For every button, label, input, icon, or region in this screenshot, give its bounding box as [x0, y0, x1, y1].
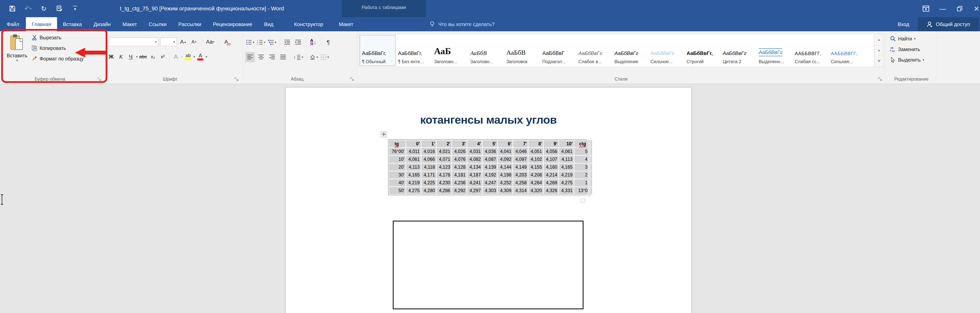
ribbon-display-options-button[interactable] — [918, 0, 934, 17]
table-cell[interactable]: 4,303 — [482, 187, 497, 194]
table-cell[interactable]: 4,031 — [467, 148, 482, 155]
font-color-caret-icon[interactable]: ▾ — [205, 55, 207, 59]
replace-button[interactable]: abac Заменить — [890, 46, 924, 52]
table-cell[interactable]: 50' — [389, 187, 406, 194]
style-chip[interactable]: АаБбВвГг Выделенн... — [756, 35, 792, 66]
table-cell[interactable]: 4,252 — [498, 179, 512, 187]
paragraph-dialog-launcher[interactable] — [350, 77, 355, 82]
text-effects-caret-icon[interactable]: ▾ — [181, 55, 183, 59]
table-cell[interactable]: 4,118 — [422, 164, 436, 171]
format-painter-button[interactable]: Формат по образцу — [31, 55, 83, 62]
table-header-cell[interactable]: 4' — [467, 140, 482, 147]
styles-more-button[interactable]: ▾ — [875, 56, 883, 67]
clipboard-dialog-launcher[interactable] — [97, 77, 102, 82]
line-spacing-button[interactable]: ↕ ▾ — [293, 52, 304, 62]
restore-button[interactable] — [951, 0, 968, 17]
table-cell[interactable]: 4,241 — [467, 179, 482, 187]
table-cell[interactable]: 4,264 — [528, 179, 543, 187]
clear-formatting-button[interactable]: A — [222, 37, 231, 47]
style-chip[interactable]: АаБбВвГ Подзагол... — [540, 35, 576, 66]
table-cell[interactable]: 4,176 — [437, 171, 452, 179]
table-cell[interactable]: 4,011 — [406, 148, 421, 155]
minimize-button[interactable]: — — [934, 0, 951, 17]
table-cell[interactable]: 4,021 — [437, 148, 452, 155]
style-chip[interactable]: АаБ Заголово... — [432, 35, 468, 66]
table-cell[interactable]: 4,155 — [528, 164, 543, 171]
table-cell[interactable]: 4,171 — [422, 171, 436, 179]
table-cell[interactable]: 4,214 — [544, 171, 558, 179]
table-cell[interactable]: 4,192 — [482, 171, 497, 179]
decrease-indent-button[interactable] — [282, 37, 292, 47]
table-cell[interactable]: 4,275 — [559, 179, 574, 187]
table-cell[interactable]: 4,056 — [544, 148, 558, 155]
style-chip[interactable]: АаБбВвГг, ¶ Без инте... — [396, 35, 432, 66]
table-cell[interactable]: 4,051 — [528, 148, 543, 155]
multilevel-list-button[interactable]: ▾ — [267, 37, 277, 47]
styles-dialog-launcher[interactable] — [878, 77, 883, 82]
table-header-cell[interactable]: 5' — [482, 140, 497, 147]
style-chip[interactable]: АаБбВвГг Цитата 2 — [720, 35, 756, 66]
table-cell[interactable]: 4,046 — [513, 148, 528, 155]
table-cell[interactable]: 4,225 — [422, 179, 436, 187]
table-cell[interactable]: 76°00' — [389, 148, 406, 155]
show-marks-button[interactable]: ¶ — [324, 37, 333, 47]
align-center-button[interactable] — [256, 52, 266, 62]
table-cell[interactable]: 4,314 — [513, 187, 528, 194]
subscript-button[interactable]: x₂ — [148, 52, 158, 62]
table-cell[interactable]: 4,041 — [498, 148, 512, 155]
table-cell[interactable]: 4,275 — [406, 187, 421, 194]
align-left-button[interactable] — [245, 52, 255, 62]
style-chip[interactable]: АаБбВ Заголовок — [504, 35, 540, 66]
redo-button[interactable]: ↻ — [39, 4, 48, 13]
table-cell[interactable]: 4,219 — [406, 179, 421, 187]
table-cell[interactable]: 4,092 — [498, 156, 512, 163]
justify-button[interactable] — [278, 52, 288, 62]
tab-table-layout[interactable]: Макет — [333, 17, 359, 31]
table-header-cell[interactable]: 8' — [528, 140, 543, 147]
table-cell[interactable]: 4,247 — [482, 179, 497, 187]
font-dialog-launcher[interactable] — [234, 77, 240, 82]
table-cell[interactable]: 4,061 — [406, 156, 421, 163]
table-cell[interactable]: 4,076 — [452, 156, 467, 163]
tab-view[interactable]: Вид — [258, 17, 279, 31]
select-button[interactable]: Выделить ▾ — [890, 57, 924, 63]
increase-indent-button[interactable] — [293, 37, 303, 47]
style-chip[interactable]: ААББВВГГ, Сильная... — [829, 35, 865, 66]
italic-button[interactable]: К — [116, 52, 126, 62]
cotangent-table[interactable]: tg0'1'2'3'4'5'6'7'8'9'10'ctg 76°00'4,011… — [388, 139, 586, 195]
style-chip[interactable]: АаБбВвГг Выделение — [612, 35, 648, 66]
table-cell[interactable]: 4,203 — [513, 171, 528, 179]
table-cell[interactable]: 4,297 — [467, 187, 482, 194]
find-button[interactable]: Найти ▾ — [890, 36, 924, 42]
table-header-cell[interactable]: 1' — [422, 140, 436, 147]
shading-button[interactable]: ▾ — [309, 52, 318, 62]
style-chip[interactable]: АаБбВвГг Слабое в... — [576, 35, 612, 66]
table-cell[interactable]: 4,123 — [437, 164, 452, 171]
style-chip[interactable]: ААББВВГГ, Слабая сс... — [792, 35, 829, 66]
borders-button[interactable]: ▾ — [320, 52, 329, 62]
table-cell[interactable]: 4,107 — [544, 156, 558, 163]
table-cell[interactable]: 4,269 — [544, 179, 558, 187]
numbered-list-button[interactable]: 123 ▾ — [256, 37, 266, 47]
table-cell[interactable]: 30' — [389, 171, 406, 179]
table-cell[interactable]: 4,149 — [513, 164, 528, 171]
sign-in-button[interactable]: Вход — [898, 17, 909, 31]
table-cell[interactable]: 4,082 — [467, 156, 482, 163]
style-chip[interactable]: АаБбВвГг, ¶ Обычный — [360, 35, 396, 66]
customize-qat-button[interactable]: ▾ — [70, 4, 80, 13]
table-cell[interactable]: 4,219 — [559, 171, 574, 179]
text-effects-button[interactable]: A — [171, 52, 180, 62]
document-page[interactable]: котангенсы малых углов tg0'1'2'3'4'5'6'7… — [286, 87, 691, 313]
table-cell[interactable]: 4,208 — [528, 171, 543, 179]
underline-button[interactable]: Ч — [126, 52, 135, 62]
table-cell[interactable]: 4,139 — [482, 164, 497, 171]
table-cell[interactable]: 4,230 — [437, 179, 452, 187]
empty-frame-shape[interactable] — [393, 221, 584, 309]
document-heading[interactable]: котангенсы малых углов — [286, 113, 691, 126]
style-chip[interactable]: АаБбВвГг Сильное... — [648, 35, 684, 66]
align-right-button[interactable] — [267, 52, 277, 62]
sort-button[interactable]: АЯ ↓ — [309, 37, 318, 47]
shrink-font-button[interactable]: A▼ — [190, 37, 199, 47]
highlight-caret-icon[interactable]: ▾ — [194, 55, 195, 59]
table-header-cell[interactable]: 9' — [544, 140, 558, 147]
